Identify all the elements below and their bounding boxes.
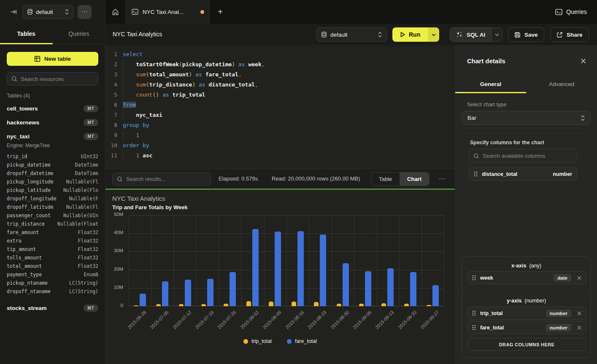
drag-handle-icon xyxy=(472,275,476,280)
code-token: as xyxy=(162,92,169,98)
legend-item[interactable]: fare_total xyxy=(287,338,317,344)
code-token xyxy=(205,81,209,88)
run-options-button[interactable] xyxy=(428,27,439,42)
code-line: 10order by xyxy=(105,140,455,151)
table-row-stocks-stream[interactable]: stocks_stream MT xyxy=(7,303,98,313)
table-row-cell-towers[interactable]: cell_towers MT xyxy=(7,104,98,113)
column-row: pickup_latitudeNullable(Flo xyxy=(7,187,98,196)
code-token: 1 xyxy=(136,132,139,138)
top-bar: default ⋯ NYC Taxi Anal... + xyxy=(0,0,597,24)
code-token: order by xyxy=(123,142,149,148)
sql-editor[interactable]: 1select2 toStartOfWeek(pickup_datetime) … xyxy=(105,46,455,169)
query-tab-nyc-taxi[interactable]: NYC Taxi Anal... xyxy=(126,0,210,24)
code-token: ( xyxy=(146,71,149,78)
save-icon xyxy=(514,32,521,38)
drop-zone[interactable]: DRAG COLUMNS HERE xyxy=(467,338,586,351)
toolbar-database-selector[interactable]: default xyxy=(316,27,387,42)
remove-column-button[interactable] xyxy=(577,326,581,330)
chevron-down-icon xyxy=(432,33,436,36)
gridline xyxy=(241,215,242,306)
column-row: payment_typeEnum8 xyxy=(7,272,98,280)
column-name: distance_total xyxy=(482,171,548,177)
run-button[interactable]: Run xyxy=(392,27,428,42)
code-text: nyc_taxi xyxy=(123,110,162,120)
tab-advanced[interactable]: Advanced xyxy=(526,75,597,93)
column-row: dropoff_longitudeNullable(F xyxy=(7,196,98,204)
terminal-icon xyxy=(555,9,562,15)
close-icon xyxy=(577,326,581,330)
tab-queries[interactable]: Queries xyxy=(53,24,105,44)
query-tab-title: NYC Taxi Anal... xyxy=(143,9,196,15)
sql-ai-options-button[interactable] xyxy=(491,28,502,41)
divider xyxy=(462,133,591,133)
column-type: Float32 xyxy=(78,246,98,255)
remove-column-button[interactable] xyxy=(577,276,581,280)
bar-trip_total xyxy=(224,304,228,306)
x-axis-section-title: x-axis (any) xyxy=(462,263,590,269)
legend-item[interactable]: trip_total xyxy=(243,338,272,344)
chart-details-panel: Chart details General Advanced Select ch… xyxy=(455,46,597,364)
collapse-sidebar-button[interactable] xyxy=(8,6,19,18)
home-button[interactable] xyxy=(105,0,126,24)
new-table-button[interactable]: New table xyxy=(7,52,98,66)
column-row: tip_amountFloat32 xyxy=(7,246,98,255)
table-row-nyc-taxi[interactable]: nyc_taxi MT xyxy=(7,132,98,141)
database-selector[interactable]: default xyxy=(23,5,73,19)
column-name: tolls_amount xyxy=(7,255,42,263)
search-results-input[interactable] xyxy=(126,176,206,182)
code-line: 7 nyc_taxi xyxy=(105,110,455,120)
code-token: sum xyxy=(136,71,146,78)
code-text: 1 asc xyxy=(123,151,152,161)
queries-button[interactable]: Queries xyxy=(555,0,587,24)
column-row: pickup_longitudeNullable(Fl xyxy=(7,179,98,187)
table-name: stocks_stream xyxy=(7,305,47,311)
bar-trip_total xyxy=(156,304,161,306)
code-token: group by xyxy=(123,122,149,128)
column-row: pickup_ntanameLC(String) xyxy=(7,280,98,289)
column-type: Float32 xyxy=(78,229,98,238)
search-resources-input[interactable] xyxy=(21,76,94,82)
close-button[interactable] xyxy=(581,58,586,64)
sidebar-more-button[interactable]: ⋯ xyxy=(78,5,92,19)
column-type: number xyxy=(553,171,572,177)
share-button[interactable]: Share xyxy=(550,27,589,42)
view-toggle-chart[interactable]: Chart xyxy=(400,173,429,186)
save-button[interactable]: Save xyxy=(508,27,544,42)
table-row-hackernews[interactable]: hackernews MT xyxy=(7,118,98,127)
code-token xyxy=(139,152,143,159)
new-tab-button[interactable]: + xyxy=(210,0,230,24)
column-type: UInt32 xyxy=(81,154,98,162)
gridline xyxy=(129,215,129,306)
code-token: as xyxy=(238,61,245,67)
available-column-distance-total[interactable]: distance_total number xyxy=(469,167,577,181)
x-axis-hint: (any) xyxy=(529,263,541,269)
y-axis-label: y-axis xyxy=(507,298,521,304)
code-token: , xyxy=(255,81,258,88)
code-token xyxy=(202,71,205,78)
chart-type-select[interactable]: Bar xyxy=(462,111,591,125)
bar-trip_total xyxy=(179,304,184,306)
bar-trip_total xyxy=(292,302,296,306)
remove-column-button[interactable] xyxy=(577,311,581,315)
column-row: dropoff_datetimeDateTime xyxy=(7,170,98,179)
column-row: total_amountFloat32 xyxy=(7,263,98,272)
bar-fare_total xyxy=(365,271,371,306)
app-root: default ⋯ NYC Taxi Anal... + xyxy=(0,0,597,364)
run-button-group: Run xyxy=(392,27,439,42)
y-axis-column-fare-total[interactable]: fare_total number xyxy=(467,321,586,334)
sql-ai-button[interactable]: SQL AI xyxy=(450,28,491,41)
column-type: Nullable(Flo xyxy=(63,187,98,196)
tab-general[interactable]: General xyxy=(455,75,526,93)
search-columns-input[interactable] xyxy=(483,153,573,159)
code-token: , xyxy=(238,71,242,78)
results-toolbar: Elapsed: 0.579s Read: 20,000,000 rows (2… xyxy=(105,169,455,189)
view-toggle-table[interactable]: Table xyxy=(371,173,400,186)
results-more-button[interactable]: ⋯ xyxy=(439,175,446,183)
chevron-down-icon xyxy=(495,33,499,36)
tab-tables[interactable]: Tables xyxy=(0,24,53,44)
bar-fare_total xyxy=(343,263,349,306)
home-icon xyxy=(112,8,119,16)
x-axis-column-week[interactable]: week date xyxy=(467,271,586,284)
bar-fare_total xyxy=(207,279,213,306)
y-axis-column-trip-total[interactable]: trip_total number xyxy=(467,307,586,320)
